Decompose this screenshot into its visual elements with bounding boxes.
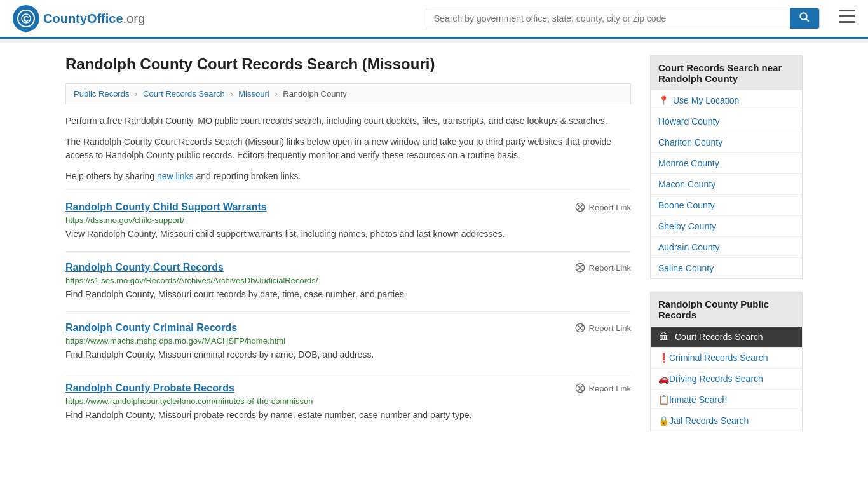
record-description: View Randolph County, Missouri child sup… — [65, 227, 631, 241]
public-records-link[interactable]: ❗Criminal Records Search — [651, 348, 802, 368]
sidebar-nearby-item[interactable]: Howard County — [651, 111, 802, 132]
search-button[interactable] — [790, 8, 819, 29]
report-icon — [575, 202, 585, 212]
sidebar-public-records-item[interactable]: 🚗Driving Records Search — [651, 368, 802, 389]
menu-button[interactable] — [839, 10, 855, 27]
record-type-icon: 🏛 — [658, 332, 670, 342]
record-item: Randolph County Court Records Report Lin… — [65, 251, 631, 311]
use-location-link[interactable]: 📍Use My Location — [651, 90, 802, 111]
record-header: Randolph County Child Support Warrants R… — [65, 201, 631, 213]
sidebar-public-records-list: 🏛Court Records Search❗Criminal Records S… — [651, 327, 802, 431]
sidebar-nearby-item[interactable]: Chariton County — [651, 132, 802, 152]
record-type-icon: ❗ — [658, 353, 669, 363]
search-bar — [426, 8, 820, 29]
search-input[interactable] — [426, 8, 790, 29]
record-url[interactable]: https://www.machs.mshp.dps.mo.gov/MACHSF… — [65, 336, 631, 346]
page-title: Randolph County Court Records Search (Mi… — [65, 55, 631, 73]
sidebar-public-records-item[interactable]: ❗Criminal Records Search — [651, 347, 802, 368]
svg-line-4 — [806, 18, 809, 22]
public-records-link[interactable]: 🚗Driving Records Search — [651, 369, 802, 389]
sidebar-public-records-item[interactable]: 🏛Court Records Search — [651, 327, 802, 347]
record-url[interactable]: https://dss.mo.gov/child-support/ — [65, 215, 631, 225]
breadcrumb-public-records[interactable]: Public Records — [74, 89, 129, 98]
record-description: Find Randolph County, Missouri criminal … — [65, 348, 631, 362]
sidebar-nearby-item[interactable]: Saline County — [651, 257, 802, 278]
breadcrumb-missouri[interactable]: Missouri — [238, 89, 269, 98]
logo-text: CountyOffice.org — [43, 11, 145, 26]
sidebar-public-records-item[interactable]: 📋Inmate Search — [651, 389, 802, 410]
record-item: Randolph County Child Support Warrants R… — [65, 191, 631, 251]
record-title[interactable]: Randolph County Child Support Warrants — [65, 201, 267, 213]
logo-name: CountyOffice — [43, 11, 123, 25]
record-item: Randolph County Probate Records Report L… — [65, 372, 631, 432]
breadcrumb-court-records[interactable]: Court Records Search — [143, 89, 225, 98]
logo-icon: C — [13, 5, 39, 32]
description-2: The Randolph County Court Records Search… — [65, 135, 631, 162]
sidebar: Court Records Search near Randolph Count… — [650, 55, 803, 444]
breadcrumb-sep-2: › — [230, 89, 233, 98]
sidebar-nearby-item[interactable]: Monroe County — [651, 152, 802, 173]
sidebar-public-records-title: Randolph County Public Records — [651, 292, 802, 327]
record-title[interactable]: Randolph County Probate Records — [65, 383, 234, 394]
svg-point-3 — [800, 13, 807, 20]
sidebar-nearby-item[interactable]: Boone County — [651, 194, 802, 215]
header: C CountyOffice.org — [0, 0, 868, 39]
public-records-active-link[interactable]: 🏛Court Records Search — [651, 327, 802, 347]
report-link-button[interactable]: Report Link — [575, 383, 631, 393]
report-link-button[interactable]: Report Link — [575, 323, 631, 333]
report-link-button[interactable]: Report Link — [575, 262, 631, 273]
description-3: Help others by sharing new links and rep… — [65, 170, 631, 183]
nearby-county-link[interactable]: Monroe County — [651, 153, 802, 173]
record-title[interactable]: Randolph County Court Records — [65, 262, 224, 273]
report-icon — [575, 383, 585, 393]
record-url[interactable]: https://www.randolphcountyclerkmo.com/mi… — [65, 396, 631, 406]
public-records-link[interactable]: 📋Inmate Search — [651, 390, 802, 410]
svg-rect-6 — [839, 15, 855, 17]
location-icon: 📍 — [658, 95, 669, 105]
new-links-link[interactable]: new links — [157, 171, 194, 181]
sidebar-nearby-item[interactable]: Macon County — [651, 173, 802, 194]
hamburger-icon — [839, 10, 855, 24]
record-type-icon: 🚗 — [658, 374, 669, 384]
svg-rect-5 — [839, 10, 855, 11]
sidebar-nearby-section: Court Records Search near Randolph Count… — [650, 55, 803, 279]
nearby-county-link[interactable]: Howard County — [651, 111, 802, 132]
nearby-county-link[interactable]: Shelby County — [651, 216, 802, 236]
nearby-county-link[interactable]: Boone County — [651, 195, 802, 215]
public-records-link[interactable]: 🔒Jail Records Search — [651, 410, 802, 431]
report-icon — [575, 323, 585, 333]
desc3-pre: Help others by sharing — [65, 171, 157, 181]
records-list: Randolph County Child Support Warrants R… — [65, 191, 631, 432]
search-icon — [799, 11, 810, 23]
record-title[interactable]: Randolph County Criminal Records — [65, 322, 237, 334]
nearby-county-link[interactable]: Audrain County — [651, 237, 802, 257]
nearby-county-link[interactable]: Chariton County — [651, 132, 802, 152]
main-container: Randolph County Court Records Search (Mi… — [53, 43, 815, 457]
nearby-county-link[interactable]: Saline County — [651, 258, 802, 278]
logo-svg: C — [17, 10, 35, 27]
record-header: Randolph County Probate Records Report L… — [65, 383, 631, 394]
report-icon — [575, 262, 585, 273]
sidebar-public-records-section: Randolph County Public Records 🏛Court Re… — [650, 292, 803, 431]
logo-org: .org — [123, 11, 145, 25]
record-header: Randolph County Court Records Report Lin… — [65, 262, 631, 273]
logo-link[interactable]: C CountyOffice.org — [13, 5, 145, 32]
svg-rect-7 — [839, 21, 855, 23]
sidebar-nearby-list: 📍Use My LocationHoward CountyChariton Co… — [651, 90, 802, 278]
record-type-icon: 🔒 — [658, 416, 669, 426]
record-description: Find Randolph County, Missouri court rec… — [65, 288, 631, 301]
nearby-county-link[interactable]: Macon County — [651, 174, 802, 194]
record-header: Randolph County Criminal Records Report … — [65, 322, 631, 334]
desc3-post: and reporting broken links. — [194, 171, 301, 181]
breadcrumb-sep-3: › — [275, 89, 277, 98]
sidebar-nearby-item[interactable]: 📍Use My Location — [651, 90, 802, 111]
sidebar-nearby-item[interactable]: Audrain County — [651, 236, 802, 257]
report-link-button[interactable]: Report Link — [575, 202, 631, 212]
record-url[interactable]: https://s1.sos.mo.gov/Records/Archives/A… — [65, 276, 631, 285]
sidebar-nearby-item[interactable]: Shelby County — [651, 215, 802, 236]
breadcrumb-current: Randolph County — [283, 89, 346, 98]
breadcrumb-sep-1: › — [135, 89, 137, 98]
sidebar-public-records-item[interactable]: 🔒Jail Records Search — [651, 410, 802, 431]
sidebar-nearby-title: Court Records Search near Randolph Count… — [651, 56, 802, 90]
content-area: Randolph County Court Records Search (Mi… — [65, 55, 631, 444]
